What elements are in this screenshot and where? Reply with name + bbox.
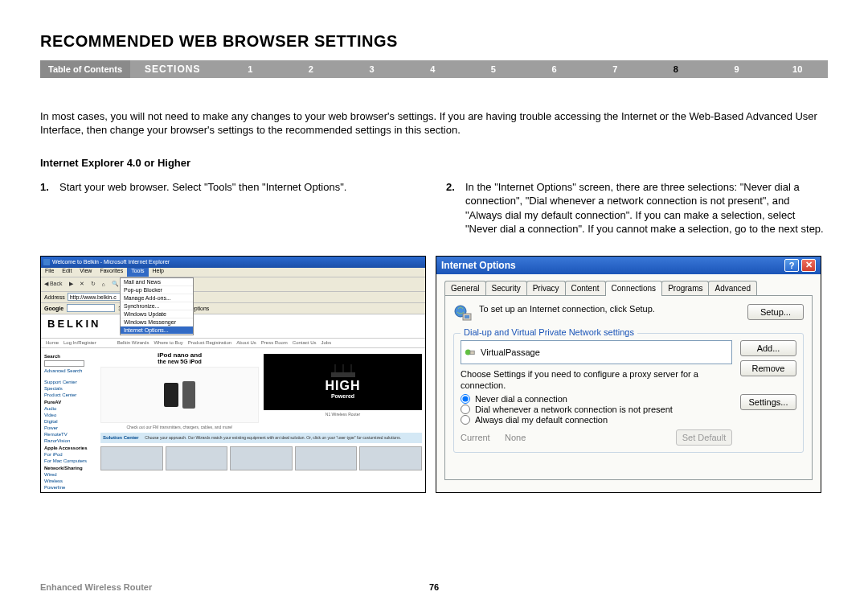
l-ipod[interactable]: For iPod xyxy=(44,452,94,457)
section-link-8[interactable]: 8 xyxy=(645,64,706,74)
tab-general[interactable]: General xyxy=(444,281,486,295)
home-icon[interactable]: ⌂ xyxy=(102,281,105,287)
back-button[interactable]: ◀ Back xyxy=(44,281,63,287)
btab-press[interactable]: Press Room xyxy=(261,340,288,345)
dd-internetoptions[interactable]: Internet Options... xyxy=(121,327,193,335)
ie-toolbar: ◀ Back ▶ ✕ ↻ ⌂ 🔍 Search ★ Favorites xyxy=(41,277,425,292)
tab-connections[interactable]: Connections xyxy=(605,281,663,296)
l-mac[interactable]: For Mac Computers xyxy=(44,458,94,463)
search-hd: Search xyxy=(44,354,94,359)
vp-item: VirtualPassage xyxy=(481,347,540,357)
tab-content[interactable]: Content xyxy=(565,281,606,295)
l-razor[interactable]: RazorVision xyxy=(44,438,94,443)
menu-tools[interactable]: Tools xyxy=(127,268,148,277)
settings-button[interactable]: Settings... xyxy=(740,394,796,410)
thumb-2[interactable] xyxy=(166,446,228,470)
l-bluetooth[interactable]: Bluetooth xyxy=(44,491,94,493)
svg-rect-1 xyxy=(182,381,195,409)
menu-favorites[interactable]: Favorites xyxy=(96,268,127,277)
thumb-5[interactable] xyxy=(359,446,422,470)
link-support[interactable]: Support Center xyxy=(44,380,94,384)
groupbox-title: Dial-up and Virtual Private Network sett… xyxy=(461,327,637,337)
btab-contact[interactable]: Contact Us xyxy=(293,340,317,345)
l-wired[interactable]: Wired xyxy=(44,472,94,477)
section-link-6[interactable]: 6 xyxy=(524,64,585,74)
l-digital[interactable]: Digital xyxy=(44,419,94,424)
tab-security[interactable]: Security xyxy=(485,281,527,295)
section-link-2[interactable]: 2 xyxy=(280,64,342,74)
dd-sync[interactable]: Synchronize... xyxy=(121,302,193,310)
section-link-1[interactable]: 1 xyxy=(219,64,280,74)
setup-button[interactable]: Setup... xyxy=(747,304,804,320)
setup-text: To set up an Internet connection, click … xyxy=(479,304,741,315)
section-link-4[interactable]: 4 xyxy=(402,64,463,74)
l-powerline[interactable]: Powerline xyxy=(44,485,94,490)
tab-privacy[interactable]: Privacy xyxy=(526,281,566,295)
dd-mail[interactable]: Mail and News xyxy=(121,278,193,286)
ipod-img xyxy=(100,367,259,423)
tab-advanced[interactable]: Advanced xyxy=(708,281,756,295)
remove-button[interactable]: Remove xyxy=(740,360,796,376)
add-button[interactable]: Add... xyxy=(740,340,796,356)
stop-icon[interactable]: ✕ xyxy=(80,281,84,287)
connections-listbox[interactable]: VirtualPassage xyxy=(461,340,732,364)
belkin-search-input[interactable] xyxy=(44,360,84,367)
link-product[interactable]: Product Center xyxy=(44,392,94,397)
section-link-5[interactable]: 5 xyxy=(463,64,524,74)
tab-programs[interactable]: Programs xyxy=(661,281,709,295)
ie-favicon-icon xyxy=(43,259,50,265)
section-link-9[interactable]: 9 xyxy=(706,64,768,74)
dd-popup[interactable]: Pop-up Blocker xyxy=(121,286,193,294)
section-link-7[interactable]: 7 xyxy=(584,64,645,74)
help-button-icon[interactable]: ? xyxy=(784,259,799,272)
step2-text: In the "Internet Options" screen, there … xyxy=(465,180,828,236)
radio-dialwhen-input[interactable] xyxy=(461,405,470,414)
back-label: Back xyxy=(50,281,63,286)
forward-icon[interactable]: ▶ xyxy=(69,281,73,287)
dd-addons[interactable]: Manage Add-ons... xyxy=(121,294,193,302)
refresh-icon[interactable]: ↻ xyxy=(91,281,96,287)
section-link-10[interactable]: 10 xyxy=(767,64,828,74)
radio-always[interactable]: Always dial my default connection xyxy=(461,415,732,425)
menu-file[interactable]: File xyxy=(41,268,58,277)
l-wireless[interactable]: Wireless xyxy=(44,479,94,483)
sections-label: SECTIONS xyxy=(130,64,219,75)
thumb-3[interactable] xyxy=(230,446,293,470)
btab-jobs[interactable]: Jobs xyxy=(321,340,332,345)
section-link-3[interactable]: 3 xyxy=(342,64,403,74)
toc-link[interactable]: Table of Contents xyxy=(40,60,130,78)
google-toolbar: Google 3 blocked Check AutoLink Options xyxy=(41,303,425,314)
radio-dialwhen[interactable]: Dial whenever a network connection is no… xyxy=(461,405,732,414)
link-specials[interactable]: Specials xyxy=(44,386,94,391)
radio-always-input[interactable] xyxy=(461,415,470,425)
l-audio[interactable]: Audio xyxy=(44,406,94,411)
radio-never-input[interactable] xyxy=(461,394,470,404)
radio-never[interactable]: Never dial a connection xyxy=(461,394,732,404)
btab-reg[interactable]: Product Registration xyxy=(188,340,231,345)
choose-text: Choose Settings if you need to configure… xyxy=(461,369,732,392)
dd-winupdate[interactable]: Windows Update xyxy=(121,310,193,318)
adv-search[interactable]: Advanced Search xyxy=(44,368,94,373)
thumb-4[interactable] xyxy=(295,446,358,470)
radio-always-label: Always dial my default connection xyxy=(475,415,608,425)
btab-where[interactable]: Where to Buy xyxy=(154,340,182,345)
google-label: Google xyxy=(44,306,63,311)
router-high: HIGH xyxy=(326,379,361,393)
btab-wizards[interactable]: Belkin Wizards xyxy=(117,340,149,345)
close-button-icon[interactable]: ✕ xyxy=(801,259,816,272)
footer-product: Enhanced Wireless Router xyxy=(40,582,152,592)
l-video[interactable]: Video xyxy=(44,413,94,417)
dd-messenger[interactable]: Windows Messenger xyxy=(121,318,193,327)
menu-edit[interactable]: Edit xyxy=(58,268,76,277)
btab-login[interactable]: Log In/Register xyxy=(63,340,96,345)
thumb-1[interactable] xyxy=(100,446,163,470)
menu-view[interactable]: View xyxy=(76,268,96,277)
btab-about[interactable]: About Us xyxy=(236,340,256,345)
belkin-center: iPod nano and the new 5G iPod Check out … xyxy=(97,348,425,493)
menu-help[interactable]: Help xyxy=(149,268,168,277)
google-search-input[interactable] xyxy=(67,304,115,312)
l-power[interactable]: Power xyxy=(44,425,94,430)
hd-apple: Apple Accessories xyxy=(44,446,94,450)
btab-home[interactable]: Home xyxy=(46,340,59,345)
l-remotetv[interactable]: RemoteTV xyxy=(44,432,94,437)
